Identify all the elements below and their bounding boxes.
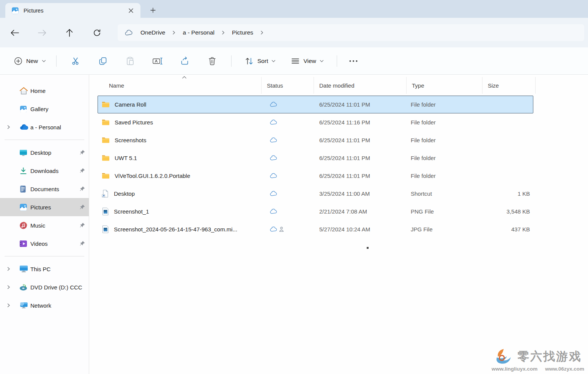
file-type: File folder <box>407 101 482 108</box>
network-icon <box>19 301 28 310</box>
file-name: Desktop <box>114 190 135 197</box>
up-button[interactable] <box>61 25 77 41</box>
onedrive-cloud-icon <box>125 30 134 36</box>
pin-icon <box>79 222 85 228</box>
sidebar-item-dvd-drive-d-ccc[interactable]: DVD Drive (D:) CCC <box>0 278 89 296</box>
cursor-artifact <box>367 247 369 249</box>
file-row-saved-pictures[interactable]: Saved Pictures6/25/2024 11:16 PMFile fol… <box>98 113 533 131</box>
column-header-name[interactable]: Name <box>98 77 262 94</box>
column-header-type[interactable]: Type <box>407 77 482 94</box>
file-list: Camera Roll6/25/2024 11:01 PMFile folder… <box>98 96 533 238</box>
sidebar-item-label: a - Personal <box>30 124 61 130</box>
file-type: File folder <box>407 137 482 143</box>
file-name-cell: Screenshot_2024-05-26-14-15-47-963_com.m… <box>98 225 262 233</box>
copy-button[interactable] <box>94 53 112 69</box>
sidebar-item-gallery[interactable]: Gallery <box>0 100 89 118</box>
sidebar-item-music[interactable]: Music <box>0 216 89 234</box>
new-button[interactable]: New <box>9 53 51 69</box>
file-name-cell: Screenshot_1 <box>98 207 262 215</box>
breadcrumb-pictures[interactable]: Pictures <box>229 28 256 38</box>
breadcrumb-onedrive[interactable]: OneDrive <box>137 28 168 38</box>
chevron-right-icon[interactable] <box>6 303 11 308</box>
folder-icon <box>102 137 110 143</box>
chevron-right-icon[interactable] <box>6 125 11 130</box>
image-file-icon <box>102 225 109 233</box>
folder-icon <box>102 119 110 126</box>
column-header-size[interactable]: Size <box>482 77 536 94</box>
this-pc-icon <box>19 265 28 273</box>
paste-button[interactable] <box>121 53 139 69</box>
refresh-icon <box>93 29 101 37</box>
file-status-cell <box>262 137 314 143</box>
delete-button[interactable] <box>203 53 221 69</box>
column-label: Size <box>488 82 499 89</box>
file-row-screenshot-2024-05-26-14-15-47-963-com-mi[interactable]: Screenshot_2024-05-26-14-15-47-963_com.m… <box>98 220 533 238</box>
cut-button[interactable] <box>66 53 85 69</box>
file-row-screenshots[interactable]: Screenshots6/25/2024 11:01 PMFile folder <box>98 131 533 149</box>
chevron-right-icon[interactable] <box>219 30 227 35</box>
sidebar-item-desktop[interactable]: Desktop <box>0 143 89 162</box>
chevron-right-icon[interactable] <box>6 285 11 290</box>
pin-icon <box>79 149 85 156</box>
pin-icon <box>79 204 85 210</box>
rename-button[interactable] <box>148 53 167 69</box>
cloud-status-icon <box>270 137 277 143</box>
column-header-date-modified[interactable]: Date modified <box>314 77 407 94</box>
cloud-status-icon <box>270 173 277 179</box>
chevron-down-icon <box>42 60 46 63</box>
sort-button-label: Sort <box>257 58 268 64</box>
sidebar-item-home[interactable]: Home <box>0 82 89 100</box>
sidebar-item-documents[interactable]: Documents <box>0 180 89 198</box>
tab-pictures[interactable]: Pictures <box>5 3 140 18</box>
music-icon <box>19 221 28 229</box>
sidebar-item-network[interactable]: Network <box>0 296 89 314</box>
sidebar-item-pictures[interactable]: Pictures <box>0 198 89 216</box>
toolbar-divider <box>231 55 232 67</box>
file-row-camera-roll[interactable]: Camera Roll6/25/2024 11:01 PMFile folder <box>98 96 533 113</box>
view-lines-icon <box>291 57 300 65</box>
file-name-cell: Screenshots <box>98 137 262 143</box>
column-header-status[interactable]: Status <box>262 77 314 94</box>
sort-button[interactable]: Sort <box>240 53 280 69</box>
chevron-right-icon[interactable] <box>170 30 178 35</box>
file-name: Screenshots <box>115 137 146 143</box>
sidebar-item-a-personal[interactable]: a - Personal <box>0 118 89 136</box>
file-type: Shortcut <box>407 190 482 197</box>
watermark-logo-icon <box>494 348 514 365</box>
back-button[interactable] <box>7 25 23 41</box>
sidebar-item-videos[interactable]: Videos <box>0 234 89 253</box>
breadcrumb-personal[interactable]: a - Personal <box>180 28 218 38</box>
new-tab-button[interactable] <box>147 4 159 16</box>
forward-button[interactable] <box>34 25 50 41</box>
sidebar-item-label: Music <box>30 222 45 229</box>
file-name: Screenshot_1 <box>114 208 149 215</box>
file-row-uwt-5-1[interactable]: UWT 5.16/25/2024 11:01 PMFile folder <box>98 149 533 167</box>
file-date-modified: 6/25/2024 11:01 PM <box>314 137 407 143</box>
refresh-button[interactable] <box>89 25 105 41</box>
folder-icon <box>102 101 110 108</box>
file-row-vivetool-gui-1-6-2-0-portable[interactable]: ViVeTool.GUI.1.6.2.0.Portable6/25/2024 1… <box>98 167 533 185</box>
copy-icon <box>98 56 108 66</box>
chevron-right-icon[interactable] <box>258 30 266 35</box>
sidebar: HomeGallerya - PersonalDesktopDownloadsD… <box>0 75 89 374</box>
column-label: Name <box>109 82 124 89</box>
file-row-desktop[interactable]: Desktop3/25/2024 11:00 AMShortcut1 KB <box>98 185 533 203</box>
file-type: PNG File <box>407 208 482 215</box>
chevron-right-icon[interactable] <box>6 267 11 272</box>
plus-icon <box>150 7 156 13</box>
videos-icon <box>19 239 28 248</box>
ellipsis-icon <box>349 60 358 62</box>
sidebar-item-downloads[interactable]: Downloads <box>0 162 89 180</box>
sidebar-item-this-pc[interactable]: This PC <box>0 260 89 278</box>
tab-close-icon[interactable] <box>126 6 136 16</box>
file-row-screenshot-1[interactable]: Screenshot_12/21/2024 7:08 AMPNG File3,5… <box>98 203 533 220</box>
breadcrumb: OneDrive a - Personal Pictures <box>118 24 584 41</box>
share-button[interactable] <box>176 53 194 69</box>
file-date-modified: 6/25/2024 11:01 PM <box>314 101 407 108</box>
trash-icon <box>208 56 217 66</box>
file-status-cell <box>262 119 314 125</box>
more-options-button[interactable] <box>345 53 362 69</box>
desktop-icon <box>19 148 28 157</box>
file-date-modified: 6/25/2024 11:16 PM <box>314 119 407 126</box>
view-button[interactable]: View <box>286 54 328 68</box>
